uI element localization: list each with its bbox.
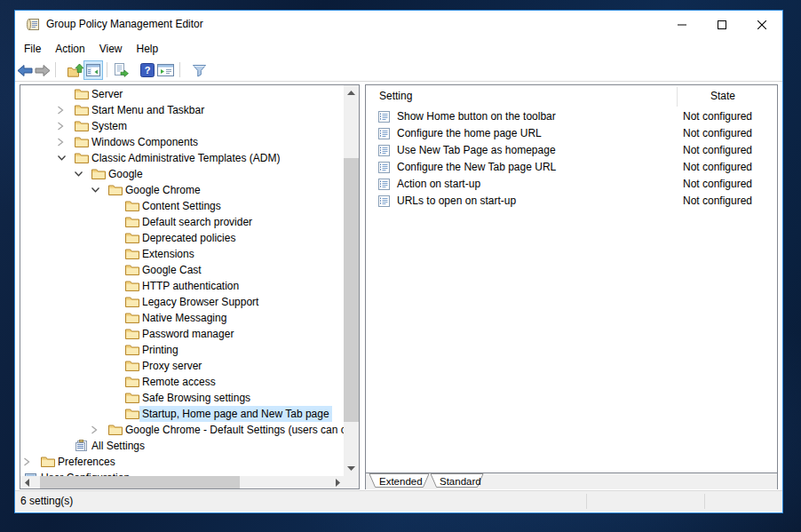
tree-vertical-scrollbar[interactable] (344, 85, 359, 476)
close-button[interactable] (742, 11, 781, 38)
setting-name: Configure the New Tab page URL (397, 159, 556, 176)
tree-item-label: Windows Components (89, 134, 201, 150)
tree-item-label: Safe Browsing settings (139, 390, 253, 406)
tree-item[interactable]: Google Chrome (20, 182, 344, 198)
setting-state: Not configured (683, 125, 752, 142)
setting-name: Show Home button on the toolbar (397, 108, 556, 125)
menu-help[interactable]: Help (130, 39, 166, 59)
tree-item-label: Proxy server (139, 358, 204, 374)
tree-item[interactable]: Legacy Browser Support (20, 294, 344, 310)
chevron-none (107, 329, 120, 339)
list-row[interactable]: Use New Tab Page as homepageNot configur… (366, 142, 777, 159)
status-bar: 6 setting(s) (15, 490, 782, 512)
scroll-up-icon[interactable] (344, 85, 359, 100)
tree-item[interactable]: Extensions (20, 246, 344, 262)
tree-item[interactable]: System (20, 118, 344, 134)
chevron-collapsed-icon[interactable] (91, 425, 103, 435)
gpme-scroll-icon (26, 18, 40, 32)
maximize-button[interactable] (702, 11, 742, 38)
tree-item[interactable]: Classic Administrative Templates (ADM) (20, 150, 344, 166)
tree-item[interactable]: Content Settings (20, 198, 344, 214)
tree-horizontal-scrollbar[interactable] (20, 476, 344, 488)
scroll-down-icon[interactable] (344, 461, 359, 476)
settings-list-pane: Setting State Show Home button on the to… (365, 84, 778, 473)
chevron-collapsed-icon[interactable] (57, 105, 69, 115)
menu-file[interactable]: File (17, 39, 48, 59)
tree-item-label: Password manager (139, 326, 236, 342)
forward-icon[interactable] (34, 61, 52, 79)
chevron-none (107, 233, 120, 243)
setting-name: Use New Tab Page as homepage (397, 142, 556, 159)
horizontal-scroll-thumb[interactable] (40, 476, 240, 488)
tree-item[interactable]: Server (20, 86, 344, 102)
tree-item-label: Printing (139, 342, 181, 358)
tree-item[interactable]: Startup, Home page and New Tab page (20, 406, 344, 422)
tree-item[interactable]: Google Cast (20, 262, 344, 278)
chevron-collapsed-icon[interactable] (57, 121, 69, 131)
chevron-expanded-icon[interactable] (91, 185, 103, 195)
title-bar[interactable]: Group Policy Management Editor (15, 11, 782, 39)
chevron-none (107, 361, 120, 371)
list-row[interactable]: Configure the New Tab page URLNot config… (366, 159, 777, 176)
chevron-expanded-icon[interactable] (74, 169, 86, 179)
setting-state: Not configured (683, 142, 752, 159)
tree-item[interactable]: Google Chrome - Default Settings (users … (20, 422, 344, 438)
tab-standard-label[interactable]: Standard (440, 476, 481, 487)
scroll-right-icon[interactable] (331, 476, 344, 488)
tree-item[interactable]: Windows Components (20, 134, 344, 150)
list-row[interactable]: Action on start-upNot configured (366, 176, 777, 193)
back-icon[interactable] (16, 61, 34, 79)
chevron-none (107, 345, 120, 355)
menu-view[interactable]: View (92, 39, 130, 59)
chevron-expanded-icon[interactable] (57, 153, 69, 163)
tree-item-label: All Settings (89, 438, 147, 454)
tree-item[interactable]: Google (20, 166, 344, 182)
filter-icon[interactable] (190, 61, 208, 79)
tree-item[interactable]: Deprecated policies (20, 230, 344, 246)
vertical-scroll-thumb[interactable] (344, 158, 359, 422)
svg-text:?: ? (145, 65, 151, 75)
chevron-none (57, 89, 69, 99)
show-console-tree-icon[interactable] (83, 60, 103, 80)
tree-item[interactable]: Printing (20, 342, 344, 358)
tree-item[interactable]: Proxy server (20, 358, 344, 374)
list-row[interactable]: Configure the home page URLNot configure… (366, 125, 777, 142)
tree-item-label: Default search provider (139, 214, 255, 230)
chevron-none (107, 377, 120, 387)
setting-state: Not configured (683, 108, 752, 125)
tree-item[interactable]: All Settings (20, 438, 344, 454)
tree-item-label: Native Messaging (139, 310, 229, 326)
tree-item[interactable]: Safe Browsing settings (20, 390, 344, 406)
menu-action[interactable]: Action (48, 39, 91, 59)
tab-standard[interactable]: Standard (431, 474, 483, 488)
tree-item[interactable]: Native Messaging (20, 310, 344, 326)
status-separator (704, 494, 705, 509)
setting-icon (378, 179, 390, 190)
list-row[interactable]: URLs to open on start-upNot configured (366, 193, 777, 210)
tree-item[interactable]: Remote access (20, 374, 344, 390)
tab-extended-label[interactable]: Extended (379, 476, 423, 487)
tab-extended[interactable]: Extended (369, 474, 429, 488)
tree-item[interactable]: Default search provider (20, 214, 344, 230)
setting-state: Not configured (683, 193, 752, 210)
chevron-collapsed-icon[interactable] (57, 137, 69, 147)
tree-item[interactable]: Password manager (20, 326, 344, 342)
tree-item[interactable]: User Configuration (20, 470, 344, 476)
scroll-left-icon[interactable] (20, 476, 33, 488)
chevron-none (107, 313, 120, 323)
minimize-button[interactable] (662, 11, 702, 38)
help-icon[interactable]: ? (139, 61, 156, 79)
tree-item[interactable]: Preferences (20, 454, 344, 470)
list-row[interactable]: Show Home button on the toolbarNot confi… (366, 108, 777, 125)
chevron-none (107, 201, 120, 211)
setting-icon (378, 145, 390, 156)
show-in-new-window-icon[interactable] (156, 61, 174, 79)
tree-item-label: Deprecated policies (139, 230, 238, 246)
scrollbar-corner (344, 476, 359, 488)
up-one-level-icon[interactable] (67, 61, 84, 79)
chevron-collapsed-icon[interactable] (23, 457, 36, 467)
export-list-icon[interactable] (112, 61, 130, 79)
tree-item[interactable]: Start Menu and Taskbar (20, 102, 344, 118)
tree-item[interactable]: HTTP authentication (20, 278, 344, 294)
chevron-none (107, 393, 120, 403)
